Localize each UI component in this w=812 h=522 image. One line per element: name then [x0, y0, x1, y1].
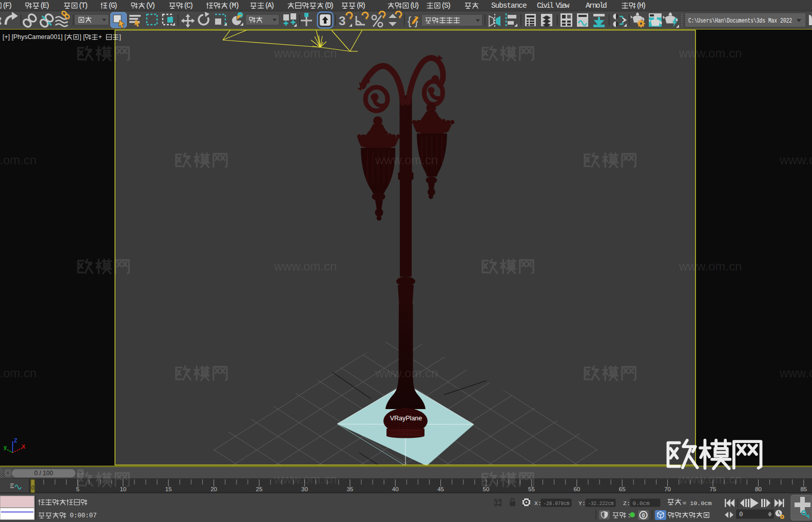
svg-text:+: + [99, 33, 102, 41]
svg-text:(R): (R) [356, 2, 366, 10]
svg-text:Substance: Substance [491, 2, 527, 10]
svg-text:10: 10 [120, 486, 126, 492]
svg-text:0: 0 [31, 485, 34, 491]
svg-text:X:: X: [534, 500, 542, 507]
svg-text:(D): (D) [324, 2, 335, 10]
svg-text:80: 80 [755, 486, 762, 492]
svg-text:45: 45 [437, 486, 444, 492]
svg-text:30: 30 [301, 486, 308, 492]
svg-text:y: y [4, 444, 7, 450]
svg-text:70: 70 [664, 486, 671, 492]
svg-text:]: ] [119, 33, 121, 41]
svg-text:VRayPlane: VRayPlane [390, 415, 422, 422]
svg-text:25: 25 [256, 486, 263, 492]
svg-text:X: X [22, 443, 26, 450]
svg-text:(E): (E) [40, 2, 50, 10]
svg-text:20: 20 [210, 486, 217, 492]
svg-text:0:00:07: 0:00:07 [70, 512, 97, 519]
svg-text:55: 55 [528, 486, 535, 492]
svg-text:(G): (G) [108, 2, 118, 10]
svg-text:0: 0 [739, 511, 743, 518]
svg-text:(M): (M) [228, 2, 240, 10]
svg-text:Z: Z [14, 437, 17, 443]
svg-text:50: 50 [483, 486, 490, 492]
svg-text:C:\Users\Han\Documents\3ds Max: C:\Users\Han\Documents\3ds Max 2022 [688, 17, 792, 25]
svg-text:(C): (C) [184, 2, 194, 10]
svg-text:-32.222cm: -32.222cm [588, 500, 614, 507]
svg-text:(V): (V) [146, 2, 156, 10]
svg-text:85: 85 [800, 486, 807, 492]
svg-text:(S): (S) [441, 2, 452, 10]
svg-text:60: 60 [573, 486, 580, 492]
svg-text:Arnold: Arnold [586, 2, 607, 10]
svg-text:40: 40 [392, 486, 399, 492]
svg-text:3: 3 [339, 14, 345, 28]
svg-text:65: 65 [619, 486, 626, 492]
svg-text:75: 75 [710, 486, 717, 492]
svg-text:0.0cm: 0.0cm [633, 500, 650, 507]
svg-text:= 10.0cm: = 10.0cm [683, 500, 712, 507]
svg-text:(U): (U) [410, 2, 420, 10]
svg-text:15: 15 [165, 486, 172, 492]
svg-text:Y:: Y: [578, 500, 586, 507]
svg-text:5: 5 [76, 486, 79, 492]
svg-text:Z:: Z: [623, 500, 630, 507]
svg-text:(A): (A) [265, 2, 275, 10]
svg-text:(F): (F) [3, 2, 13, 10]
svg-text:-28.079cm: -28.079cm [544, 500, 570, 507]
svg-text:(H): (H) [636, 2, 647, 10]
svg-text:35: 35 [346, 486, 353, 492]
svg-text:[+] [PhysCamera001] [: [+] [PhysCamera001] [ [3, 33, 66, 41]
svg-text:(T): (T) [79, 2, 89, 10]
svg-text:0: 0 [642, 512, 645, 518]
svg-text:] [: ] [ [80, 33, 85, 41]
svg-text:Civil View: Civil View [537, 2, 570, 10]
